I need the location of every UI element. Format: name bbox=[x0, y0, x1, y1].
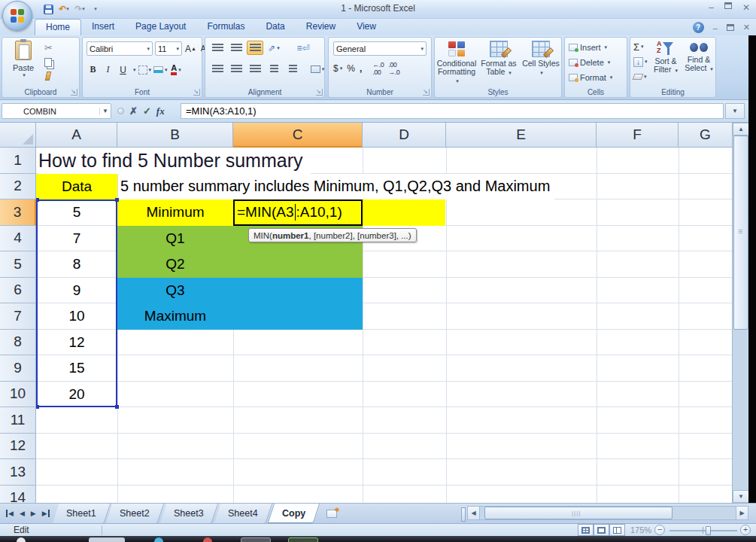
autosum-button[interactable]: Σ▾ bbox=[633, 41, 648, 53]
zoom-in-button[interactable]: + bbox=[740, 525, 751, 535]
scroll-right-button[interactable]: ▶ bbox=[736, 506, 748, 520]
tab-formulas[interactable]: Formulas bbox=[196, 19, 255, 35]
tab-insert[interactable]: Insert bbox=[81, 19, 125, 35]
close-button[interactable]: ✕ bbox=[742, 2, 750, 13]
cancel-entry-button[interactable]: ✗ bbox=[129, 105, 138, 117]
selection-handle[interactable] bbox=[115, 198, 119, 202]
help-button[interactable]: ? bbox=[693, 22, 704, 33]
fill-button[interactable]: ↓▾ bbox=[633, 56, 648, 68]
row-header-3[interactable]: 3 bbox=[0, 199, 36, 226]
horizontal-scrollbar[interactable]: ◀ ▶ bbox=[457, 506, 748, 520]
row-header-2[interactable]: 2 bbox=[0, 174, 36, 200]
tab-home[interactable]: Home bbox=[35, 19, 81, 35]
worksheet-grid[interactable]: How to find 5 Number summary Data 5 numb… bbox=[36, 148, 748, 503]
format-cells-button[interactable]: Format▾ bbox=[569, 71, 612, 84]
row-header-1[interactable]: 1 bbox=[0, 148, 36, 174]
column-header-c[interactable]: C bbox=[233, 123, 363, 148]
workbook-minimize-button[interactable]: – bbox=[713, 23, 718, 32]
tab-split-handle[interactable] bbox=[461, 507, 466, 522]
restore-button[interactable] bbox=[724, 2, 732, 9]
tab-review[interactable]: Review bbox=[296, 19, 346, 35]
sheet-tab-copy[interactable]: Copy bbox=[268, 504, 320, 523]
column-header-a[interactable]: A bbox=[36, 123, 117, 148]
column-header-g[interactable]: G bbox=[679, 123, 732, 148]
find-select-button[interactable]: Find & Select ▾ bbox=[683, 41, 715, 73]
selection-handle[interactable] bbox=[115, 405, 119, 409]
name-box-dropdown-arrow[interactable]: ▼ bbox=[99, 108, 111, 114]
bold-button[interactable]: B bbox=[87, 62, 99, 77]
tab-data[interactable]: Data bbox=[255, 19, 295, 35]
zoom-slider-thumb[interactable] bbox=[706, 526, 711, 535]
font-size-combo[interactable]: 11▾ bbox=[155, 41, 182, 56]
format-as-table-button[interactable]: Format as Table ▾ bbox=[478, 41, 519, 77]
taskbar-icon[interactable] bbox=[154, 537, 163, 542]
zoom-slider-track[interactable] bbox=[669, 530, 737, 531]
cell-b5-q2[interactable]: Q2 bbox=[117, 251, 233, 278]
scroll-left-button[interactable]: ◀ bbox=[467, 506, 480, 520]
insert-worksheet-button[interactable] bbox=[319, 504, 345, 523]
wrap-text-button[interactable]: ≡⏎ bbox=[295, 41, 311, 55]
prev-sheet-button[interactable]: ◀ bbox=[20, 510, 25, 517]
cell-a2-data-header[interactable]: Data bbox=[36, 174, 117, 200]
cell-a1-title[interactable]: How to find 5 Number summary bbox=[38, 148, 311, 174]
scroll-up-button[interactable]: ▲ bbox=[733, 123, 749, 136]
horizontal-scroll-thumb[interactable] bbox=[484, 507, 673, 519]
row-header-6[interactable]: 6 bbox=[0, 278, 36, 304]
row-header-8[interactable]: 8 bbox=[0, 330, 36, 356]
borders-button[interactable]: ▾ bbox=[138, 62, 152, 77]
cell-c3-formula-edit[interactable]: =MIN(A3 :A10,1) bbox=[233, 199, 363, 226]
orientation-button[interactable]: ⇗▾ bbox=[266, 41, 282, 55]
row-header-10[interactable]: 10 bbox=[0, 382, 36, 408]
align-right-button[interactable] bbox=[247, 62, 263, 76]
alignment-dialog-launcher[interactable]: ↘ bbox=[316, 89, 323, 96]
row-header-11[interactable]: 11 bbox=[0, 407, 36, 434]
taskbar-icon[interactable] bbox=[68, 537, 77, 542]
column-header-b[interactable]: B bbox=[117, 123, 233, 148]
scroll-down-button[interactable]: ▼ bbox=[733, 490, 749, 503]
row-header-9[interactable]: 9 bbox=[0, 355, 36, 382]
merge-center-button[interactable]: ▾ bbox=[309, 62, 326, 76]
zoom-level[interactable]: 175% bbox=[630, 525, 651, 534]
column-header-e[interactable]: E bbox=[446, 123, 597, 148]
normal-view-button[interactable] bbox=[578, 524, 594, 536]
row-header-7[interactable]: 7 bbox=[0, 303, 36, 330]
align-left-button[interactable] bbox=[209, 62, 226, 76]
taskbar-button[interactable] bbox=[89, 537, 125, 542]
accounting-format-button[interactable]: $▾ bbox=[333, 63, 342, 74]
cell-b3-minimum[interactable]: Minimum bbox=[117, 199, 233, 226]
sheet-tab-sheet3[interactable]: Sheet3 bbox=[160, 504, 218, 523]
page-break-view-button[interactable] bbox=[609, 524, 625, 536]
enter-entry-button[interactable]: ✓ bbox=[143, 105, 151, 117]
sort-filter-button[interactable]: AZ Sort & Filter ▾ bbox=[650, 41, 682, 75]
select-all-button[interactable] bbox=[0, 123, 36, 148]
cell-b2-note[interactable]: 5 number summary includes Minimum, Q1,Q2… bbox=[120, 174, 554, 200]
insert-cells-button[interactable]: Insert▾ bbox=[569, 41, 607, 54]
name-box[interactable]: COMBIN ▼ bbox=[2, 103, 111, 119]
workbook-close-button[interactable]: ✕ bbox=[743, 23, 750, 32]
zoom-out-button[interactable]: − bbox=[654, 525, 665, 535]
taskbar-icon[interactable] bbox=[17, 537, 26, 542]
cell-b7-maximum[interactable]: Maximum bbox=[117, 303, 233, 330]
tab-view[interactable]: View bbox=[346, 19, 387, 35]
clear-button[interactable]: ▾ bbox=[633, 71, 648, 83]
font-color-button[interactable]: A▾ bbox=[170, 62, 183, 77]
last-sheet-button[interactable]: ▶ bbox=[42, 510, 50, 517]
insert-function-button[interactable]: fx bbox=[156, 105, 165, 117]
sheet-tab-sheet2[interactable]: Sheet2 bbox=[106, 504, 164, 523]
first-sheet-button[interactable]: ◀ bbox=[6, 510, 14, 517]
conditional-formatting-button[interactable]: Conditional Formatting ▾ bbox=[436, 41, 477, 85]
clipboard-dialog-launcher[interactable]: ↘ bbox=[71, 89, 77, 96]
decrease-indent-button[interactable] bbox=[266, 62, 282, 76]
page-layout-view-button[interactable] bbox=[594, 524, 609, 536]
formula-input[interactable]: =MIN(A3:A10,1) bbox=[181, 103, 724, 119]
copy-button[interactable] bbox=[44, 58, 53, 67]
fill-color-button[interactable]: ▾ bbox=[153, 62, 168, 77]
row-header-4[interactable]: 4 bbox=[0, 226, 36, 252]
next-sheet-button[interactable]: ▶ bbox=[31, 510, 36, 517]
sheet-tab-sheet4[interactable]: Sheet4 bbox=[214, 504, 272, 523]
taskbar-button[interactable] bbox=[288, 537, 318, 542]
decrease-decimal-button[interactable]: .00→.0 bbox=[388, 61, 399, 76]
column-header-f[interactable]: F bbox=[597, 123, 679, 148]
expand-formula-bar-button[interactable]: ▼ bbox=[725, 103, 745, 119]
font-dialog-launcher[interactable]: ↘ bbox=[193, 89, 200, 96]
